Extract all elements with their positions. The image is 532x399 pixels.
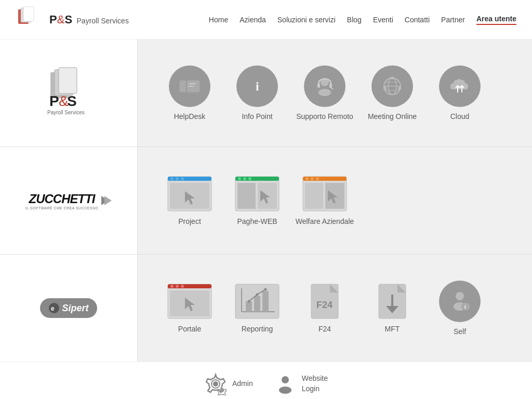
sidebar: P & S Payroll Services ZUCCHETTI IL SOFT… — [0, 39, 138, 362]
portale-item[interactable]: Portale — [158, 283, 221, 333]
svg-point-45 — [248, 177, 251, 180]
cloud-svg — [447, 74, 472, 99]
project-label: Project — [178, 217, 201, 225]
supporto-item[interactable]: Supporto Remoto — [294, 65, 356, 121]
header: P&S Payroll Services Home Azienda Soluzi… — [0, 0, 532, 39]
svg-text:i: i — [256, 79, 259, 93]
pagheweb-icon — [234, 176, 280, 212]
grid-row-2: Project — [138, 147, 532, 255]
svg-point-43 — [238, 177, 241, 180]
svg-point-88 — [279, 387, 291, 394]
svg-text:i: i — [464, 304, 466, 310]
svg-point-53 — [316, 177, 319, 180]
svg-rect-16 — [189, 86, 194, 87]
meeting-svg — [380, 74, 405, 99]
svg-point-60 — [176, 285, 179, 288]
svg-rect-58 — [168, 284, 211, 288]
nav-eventi[interactable]: Eventi — [373, 16, 393, 24]
svg-point-59 — [170, 285, 174, 288]
svg-point-38 — [181, 177, 184, 180]
nav-soluzioni[interactable]: Soluzioni e servizi — [277, 16, 336, 24]
nav-blog[interactable]: Blog — [347, 16, 362, 24]
portale-icon — [167, 283, 212, 320]
svg-rect-42 — [235, 177, 279, 181]
svg-point-80 — [456, 292, 464, 300]
svg-rect-46 — [237, 183, 256, 209]
infopoint-label: Info Point — [242, 112, 272, 121]
website-login-icon — [274, 373, 297, 395]
svg-point-37 — [176, 177, 179, 180]
meeting-item[interactable]: Meeting Online — [361, 65, 423, 121]
zucchetti-brand: ZUCCHETTI — [25, 192, 98, 206]
f24-svg: F24 — [302, 283, 348, 320]
logo-tagline: Payroll Services — [77, 17, 129, 25]
svg-rect-50 — [303, 177, 347, 181]
sidebar-ps-logo-section: P & S Payroll Services — [0, 39, 137, 147]
logo-brand: P&S Payroll Services — [49, 13, 129, 26]
svg-point-20 — [318, 89, 331, 96]
helpdesk-item[interactable]: HelpDesk — [158, 65, 221, 121]
esipert-icon: e — [48, 302, 60, 314]
grid-area: HelpDesk i Info Point — [138, 39, 532, 362]
supporto-label: Supporto Remoto — [296, 112, 353, 121]
sidebar-esipert-section: e Sipert — [0, 255, 137, 362]
supporto-icon — [304, 65, 345, 107]
logo-area: P&S Payroll Services — [16, 5, 130, 34]
svg-rect-2 — [23, 7, 34, 21]
nav-area-utente[interactable]: Area utente — [476, 15, 516, 25]
main-nav: Home Azienda Soluzioni e servizi Blog Ev… — [130, 15, 516, 25]
svg-point-51 — [305, 177, 309, 180]
pagheweb-item[interactable]: Paghe-WEB — [226, 176, 288, 225]
svg-point-36 — [170, 177, 174, 180]
sidebar-zucchetti-section: ZUCCHETTI IL SOFTWARE CHE CREA SUCCESSO — [0, 147, 137, 255]
f24-item[interactable]: F24 F24 — [294, 283, 356, 333]
welfare-item[interactable]: Welfare Aziendale — [294, 176, 356, 225]
svg-text:S: S — [67, 93, 77, 109]
svg-rect-5 — [59, 68, 77, 94]
self-item[interactable]: i Self — [429, 281, 491, 336]
svg-text:e: e — [51, 305, 55, 312]
self-icon: i — [439, 281, 481, 322]
svg-point-72 — [264, 288, 267, 291]
project-icon — [167, 176, 212, 212]
svg-text:P: P — [49, 93, 59, 109]
svg-point-44 — [243, 177, 246, 180]
cloud-item[interactable]: Cloud — [429, 65, 491, 121]
svg-rect-69 — [262, 291, 269, 312]
f24-icon: F24 — [302, 283, 348, 320]
nav-partner[interactable]: Partner — [441, 16, 465, 24]
admin-label: Admin — [232, 379, 253, 389]
helpdesk-icon — [169, 65, 210, 107]
svg-rect-67 — [246, 301, 252, 312]
svg-rect-54 — [305, 183, 323, 209]
svg-point-87 — [282, 376, 289, 383]
website-login-footer-item[interactable]: Website Login — [274, 373, 328, 395]
meeting-icon — [371, 65, 413, 107]
pagheweb-svg — [234, 176, 280, 212]
nav-home[interactable]: Home — [209, 16, 228, 24]
meeting-label: Meeting Online — [368, 112, 417, 121]
svg-point-71 — [256, 294, 259, 296]
nav-azienda[interactable]: Azienda — [240, 16, 266, 24]
cloud-icon — [439, 65, 481, 107]
project-item[interactable]: Project — [158, 176, 221, 225]
infopoint-item[interactable]: i Info Point — [226, 65, 288, 121]
admin-footer-item[interactable]: Admin — [204, 373, 253, 395]
cloud-label: Cloud — [450, 112, 470, 121]
welfare-svg — [302, 176, 348, 212]
svg-point-61 — [181, 285, 184, 288]
svg-point-31 — [398, 87, 401, 90]
portale-svg — [167, 283, 212, 320]
welfare-label: Welfare Aziendale — [296, 217, 354, 225]
infopoint-icon: i — [236, 65, 278, 107]
reporting-item[interactable]: Reporting — [226, 283, 288, 333]
mft-svg — [369, 283, 415, 320]
mft-item[interactable]: MFT — [361, 283, 423, 333]
helpdesk-label: HelpDesk — [174, 112, 206, 121]
ps-logo-icon — [16, 5, 44, 34]
welfare-icon — [302, 176, 348, 212]
reporting-label: Reporting — [242, 325, 273, 333]
grid-row-3: Portale — [138, 255, 532, 362]
svg-rect-15 — [189, 83, 196, 84]
nav-contatti[interactable]: Contatti — [405, 16, 430, 24]
